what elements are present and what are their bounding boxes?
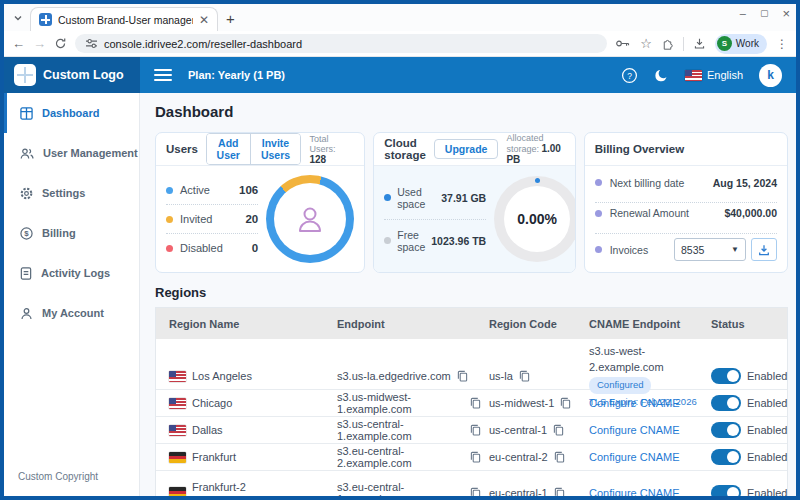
next-billing-row: Next billing date Aug 15, 2024 bbox=[595, 173, 777, 193]
table-header-row: Region Name Endpoint Region Code CNAME E… bbox=[156, 308, 787, 339]
status-label: Enabled bbox=[747, 397, 787, 409]
brand-logo-icon bbox=[14, 64, 36, 86]
toolbar-divider bbox=[683, 37, 684, 51]
site-settings-icon[interactable] bbox=[85, 38, 98, 49]
copy-icon[interactable] bbox=[457, 370, 468, 382]
new-tab-button[interactable]: + bbox=[226, 10, 235, 27]
configure-cname-link[interactable]: Configure CNAME bbox=[589, 397, 679, 409]
sidebar-item-label: User Management bbox=[43, 147, 138, 159]
copy-icon[interactable] bbox=[554, 451, 565, 463]
legend-row-invited: Invited 20 bbox=[166, 204, 258, 233]
us-flag-icon bbox=[169, 398, 186, 409]
allocated-storage-label: Allocated storage: 1.00 PB bbox=[506, 133, 564, 165]
table-row: Dallas s3.us-central-1.example.com us-ce… bbox=[156, 417, 787, 444]
copy-icon[interactable] bbox=[470, 451, 481, 463]
us-flag-icon bbox=[685, 70, 702, 81]
configure-cname-link[interactable]: Configure CNAME bbox=[589, 451, 679, 463]
brand-logo-text: Custom Logo bbox=[43, 68, 124, 82]
address-bar[interactable]: console.idrivee2.com/reseller-dashboard bbox=[75, 34, 607, 53]
configure-cname-link[interactable]: Configure CNAME bbox=[589, 424, 679, 436]
sidebar-item-label: Settings bbox=[42, 187, 85, 199]
sidebar-item-billing[interactable]: $ Billing bbox=[4, 213, 139, 253]
user-avatar[interactable]: k bbox=[759, 64, 782, 87]
users-card-title: Users bbox=[166, 143, 198, 155]
configure-cname-link[interactable]: Configure CNAME bbox=[589, 487, 679, 497]
close-window-button[interactable]: × bbox=[782, 7, 790, 20]
help-icon[interactable]: ? bbox=[621, 67, 638, 84]
region-note: (awaiting capacity expansion) bbox=[192, 494, 317, 497]
col-region-name: Region Name bbox=[169, 318, 337, 330]
invite-users-button[interactable]: Invite Users bbox=[250, 134, 301, 164]
col-cname: CNAME Endpoint bbox=[589, 318, 711, 330]
table-row: Los Angeles s3.us-la.edgedrive.com us-la… bbox=[156, 339, 787, 390]
browser-tab[interactable]: Custom Brand-User management ✕ bbox=[30, 7, 218, 31]
main-content: Dashboard Users Add User Invite Users To… bbox=[140, 93, 796, 496]
status-toggle[interactable] bbox=[711, 485, 741, 497]
password-key-icon[interactable] bbox=[615, 38, 631, 49]
status-toggle[interactable] bbox=[711, 449, 741, 465]
legend-row-active: Active 106 bbox=[166, 176, 258, 204]
invoice-select[interactable]: 8535 ▼ bbox=[674, 238, 746, 261]
col-region-code: Region Code bbox=[489, 318, 589, 330]
status-toggle[interactable] bbox=[711, 395, 741, 411]
users-donut-chart bbox=[266, 175, 354, 263]
copy-icon[interactable] bbox=[519, 370, 530, 382]
users-card: Users Add User Invite Users Total Users:… bbox=[155, 132, 365, 273]
tab-title: Custom Brand-User management bbox=[58, 14, 193, 26]
renewal-amount-row: Renewal Amount $40,000.00 bbox=[595, 202, 777, 223]
profile-badge[interactable]: S Work bbox=[715, 34, 767, 54]
active-dot-icon bbox=[166, 187, 173, 194]
download-icon bbox=[758, 244, 770, 256]
sidebar-item-user-management[interactable]: User Management bbox=[4, 133, 139, 173]
billing-card-title: Billing Overview bbox=[595, 143, 684, 155]
status-toggle[interactable] bbox=[711, 368, 741, 384]
regions-table: Region Name Endpoint Region Code CNAME E… bbox=[155, 307, 788, 496]
bullet-dot-icon bbox=[595, 179, 602, 186]
sidebar-item-settings[interactable]: Settings bbox=[4, 173, 139, 213]
tab-close-icon[interactable]: ✕ bbox=[199, 14, 209, 26]
copyright-text: Custom Copyright bbox=[4, 471, 139, 496]
brand-logo[interactable]: Custom Logo bbox=[4, 57, 140, 93]
used-space-row: Used space 37.91 GB bbox=[384, 177, 486, 219]
de-flag-icon bbox=[169, 452, 186, 463]
copy-icon[interactable] bbox=[470, 487, 481, 497]
table-row: Frankfurt-2(awaiting capacity expansion)… bbox=[156, 471, 787, 496]
sidebar-item-label: Billing bbox=[42, 227, 76, 239]
copy-icon[interactable] bbox=[560, 397, 571, 409]
downloads-icon[interactable] bbox=[693, 37, 706, 50]
minimize-button[interactable]: – bbox=[740, 8, 746, 19]
add-user-button[interactable]: Add User bbox=[207, 134, 250, 164]
us-flag-icon bbox=[169, 371, 186, 382]
storage-percent: 0.00% bbox=[504, 186, 570, 252]
forward-button[interactable]: → bbox=[33, 37, 46, 50]
storage-used-marker bbox=[535, 178, 540, 183]
status-toggle[interactable] bbox=[711, 422, 741, 438]
back-button[interactable]: ← bbox=[12, 37, 25, 50]
copy-icon[interactable] bbox=[470, 424, 481, 436]
free-space-dot-icon bbox=[384, 237, 391, 244]
reload-button[interactable] bbox=[54, 37, 67, 50]
sidebar-item-dashboard[interactable]: Dashboard bbox=[4, 93, 139, 133]
tab-search-button[interactable] bbox=[8, 8, 28, 28]
bookmark-star-icon[interactable]: ☆ bbox=[640, 37, 652, 50]
copy-icon[interactable] bbox=[553, 424, 564, 436]
cloud-storage-card: Cloud storage Upgrade Allocated storage:… bbox=[373, 132, 575, 273]
copy-icon[interactable] bbox=[470, 397, 481, 409]
upgrade-button[interactable]: Upgrade bbox=[434, 139, 499, 159]
dark-mode-moon-icon[interactable] bbox=[654, 68, 669, 83]
hamburger-menu-icon[interactable] bbox=[154, 69, 172, 81]
download-invoice-button[interactable] bbox=[751, 238, 777, 261]
sidebar-item-label: Activity Logs bbox=[41, 267, 110, 279]
sidebar-item-activity-logs[interactable]: Activity Logs bbox=[4, 253, 139, 293]
language-selector[interactable]: English bbox=[685, 69, 743, 81]
billing-card: Billing Overview Next billing date Aug 1… bbox=[584, 132, 788, 273]
dashboard-icon bbox=[20, 107, 33, 120]
maximize-button[interactable]: ▢ bbox=[760, 9, 769, 18]
browser-menu-icon[interactable]: ⋮ bbox=[776, 37, 788, 51]
sidebar-item-my-account[interactable]: My Account bbox=[4, 293, 139, 333]
users-icon bbox=[20, 147, 34, 160]
copy-icon[interactable] bbox=[554, 487, 565, 497]
invoices-row: Invoices 8535 ▼ bbox=[595, 233, 777, 265]
extensions-icon[interactable] bbox=[661, 37, 674, 50]
legend-row-disabled: Disabled 0 bbox=[166, 233, 258, 262]
